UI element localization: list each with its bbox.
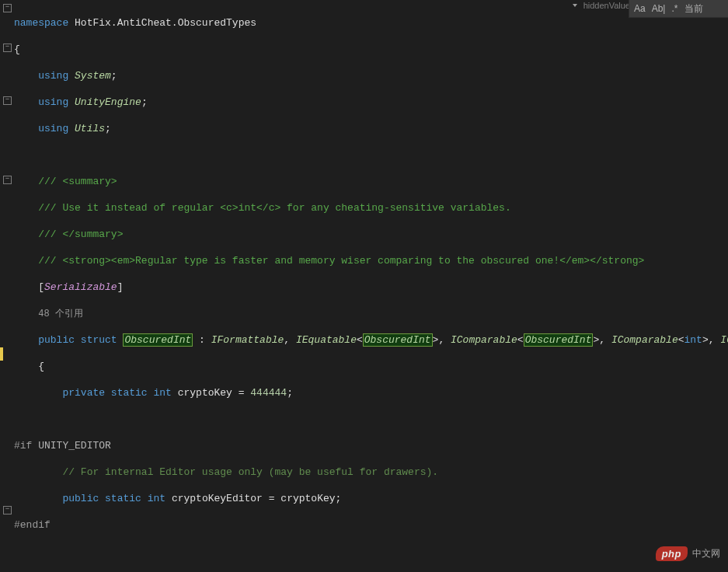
- xml-doc: /// <strong><em>Regular type is faster a…: [38, 255, 644, 267]
- num: 444444: [250, 387, 287, 399]
- pp-endif: #endif: [14, 519, 51, 531]
- xml-doc: /// <summary>: [38, 176, 117, 187]
- codelens-refs[interactable]: 48 个引用: [38, 309, 83, 319]
- watermark-text: 中文网: [692, 547, 720, 560]
- kw-namespace: namespace: [14, 17, 68, 29]
- fold-gutter: − − − − −: [0, 0, 14, 572]
- kw: static: [105, 493, 141, 504]
- watermark: php 中文网: [656, 546, 720, 561]
- field: cryptoKeyEditor: [172, 493, 263, 504]
- attr-name: Serializable: [44, 281, 117, 293]
- kw-using: using: [38, 123, 68, 134]
- iface: IEquatable: [296, 334, 357, 346]
- kw: struct: [81, 334, 117, 346]
- kw-using: using: [38, 70, 68, 82]
- kw-using: using: [38, 96, 68, 108]
- iface: IComparable: [451, 334, 517, 346]
- type-arg: ObscuredInt: [524, 333, 594, 347]
- editor-root: hiddenValue Aa Ab| .* 当前 − − − − − names…: [0, 0, 728, 572]
- field: cryptoKey: [178, 387, 232, 399]
- xml-doc: /// Use it instead of regular <c>int</c>…: [38, 202, 511, 214]
- code-editor[interactable]: − − − − − namespace HotFix.AntiCheat.Obs…: [0, 0, 728, 572]
- using-name: System: [75, 70, 111, 82]
- kw-int: int: [684, 334, 702, 346]
- fold-toggle[interactable]: −: [3, 96, 12, 105]
- kw: public: [62, 493, 99, 504]
- colon: :: [193, 334, 211, 346]
- fold-toggle[interactable]: −: [3, 506, 12, 514]
- using-name: Utils: [75, 123, 105, 134]
- namespace-name: HotFix.AntiCheat.ObscuredTypes: [75, 17, 256, 29]
- kw: int: [148, 493, 165, 504]
- pp-if: #if: [14, 440, 32, 452]
- iface: IComparable: [720, 334, 728, 346]
- type-arg: ObscuredInt: [363, 333, 433, 347]
- change-marker: [0, 347, 3, 361]
- fold-toggle[interactable]: −: [3, 44, 12, 52]
- kw: private: [62, 387, 105, 399]
- kw: int: [153, 387, 171, 399]
- watermark-logo: php: [656, 546, 688, 561]
- code-area[interactable]: namespace HotFix.AntiCheat.ObscuredTypes…: [14, 0, 728, 572]
- iface: IFormattable: [211, 334, 284, 346]
- ref: cryptoKey: [280, 493, 335, 504]
- struct-name: ObscuredInt: [123, 333, 193, 347]
- iface: IComparable: [611, 334, 678, 346]
- fold-toggle[interactable]: −: [3, 176, 12, 184]
- pp-symbol: UNITY_EDITOR: [38, 440, 111, 452]
- using-name: UnityEngine: [75, 96, 141, 108]
- kw: public: [38, 334, 75, 346]
- attr-open: [: [38, 281, 44, 293]
- attr-close: ]: [117, 281, 124, 293]
- kw: static: [111, 387, 148, 399]
- brace: {: [14, 44, 20, 55]
- xml-doc: /// </summary>: [38, 228, 123, 240]
- comment: // For internal Editor usage only (may b…: [62, 466, 438, 478]
- fold-toggle[interactable]: −: [3, 4, 12, 12]
